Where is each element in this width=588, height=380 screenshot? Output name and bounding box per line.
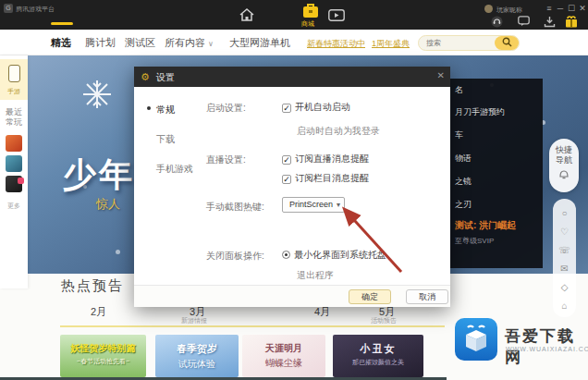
- checkbox-checked-icon: ✓: [282, 175, 291, 184]
- column-subscribe-checkbox[interactable]: ✓订阅栏目消息提醒: [282, 172, 369, 185]
- close-action-label: 关闭面板操作:: [206, 250, 264, 263]
- mobile-games-item[interactable]: 手游: [0, 59, 28, 100]
- minimize-button[interactable]: ─: [556, 3, 565, 14]
- dialog-title: 设置: [156, 71, 175, 84]
- month-label[interactable]: 4月: [314, 305, 330, 319]
- active-menu-bullet: [147, 106, 151, 110]
- month-label[interactable]: 2月: [91, 305, 106, 319]
- diamond-icon[interactable]: ◇: [553, 278, 576, 297]
- tab-featured[interactable]: 精选: [51, 36, 71, 50]
- promo-link-1[interactable]: 新春特惠活动中: [307, 38, 365, 50]
- close-button[interactable]: ✕: [578, 3, 587, 14]
- notification-badge: [18, 178, 24, 184]
- exit-program-option[interactable]: 退出程序: [297, 269, 334, 282]
- game-list-item[interactable]: 物语: [455, 153, 472, 165]
- settings-menu-mobile[interactable]: 手机游戏: [156, 163, 193, 176]
- home-icon[interactable]: [239, 7, 255, 22]
- game-list-item[interactable]: 名: [455, 84, 463, 96]
- screenshot-hotkey-label: 手动截图热键:: [206, 201, 264, 214]
- user-avatar[interactable]: [484, 5, 493, 13]
- left-rail: 手游 最近常玩 更多: [0, 55, 28, 288]
- tab-plan[interactable]: 腾计划: [85, 36, 116, 50]
- banner-title: 少年: [63, 153, 135, 198]
- video-icon[interactable]: [328, 9, 345, 21]
- recently-played-label: 最近常玩: [0, 107, 28, 128]
- tab-testing[interactable]: 测试区: [125, 36, 155, 50]
- cancel-button[interactable]: 取消: [406, 289, 448, 304]
- dialog-titlebar[interactable]: ⚙ 设置 ✕: [134, 67, 450, 87]
- timeline-line: [60, 325, 445, 327]
- side-toolbar: ○ ♡ ☏ ✉ ◇ ⌂: [553, 199, 576, 317]
- chevron-down-icon: ∨: [208, 40, 214, 48]
- watermark-logo-icon: [455, 318, 497, 361]
- game-icon-1[interactable]: [6, 135, 22, 152]
- mobile-games-label: 手游: [0, 87, 28, 96]
- bell-icon: [558, 168, 570, 180]
- quick-nav-pill[interactable]: 快捷导航: [549, 139, 579, 192]
- like-icon[interactable]: ♡: [553, 223, 576, 241]
- hotspot-title: 热点预告: [61, 277, 124, 295]
- store-label: 商城: [301, 19, 314, 29]
- live-subscribe-checkbox[interactable]: ✓订阅直播消息提醒: [282, 153, 369, 165]
- panel-highlight-text[interactable]: 测试: 洪门崛起: [455, 219, 516, 232]
- event-card[interactable]: 春季贺岁 试玩体验: [155, 335, 239, 377]
- chat-icon[interactable]: [518, 16, 530, 27]
- game-icon-2[interactable]: [6, 155, 22, 172]
- maximize-button[interactable]: ☐: [567, 3, 576, 14]
- watermark-url: WWW.WUAIXIAZAI.COM: [506, 346, 588, 352]
- tab-standalone[interactable]: 单机: [270, 36, 290, 50]
- game-list-item[interactable]: 月刀手游预约: [455, 106, 505, 118]
- gift-icon[interactable]: [565, 16, 578, 28]
- event-card[interactable]: 天涯明月 蝴蝶尘缘: [242, 335, 325, 377]
- game-list-item[interactable]: 之刃: [455, 199, 472, 211]
- active-tab-underline: [51, 22, 73, 25]
- download-icon[interactable]: [544, 16, 556, 28]
- more-games-label[interactable]: 更多: [0, 202, 28, 211]
- menu-icon[interactable]: ≡: [545, 3, 554, 14]
- chevron-down-icon: ▾: [337, 198, 340, 212]
- phone-icon[interactable]: ☏: [553, 241, 576, 260]
- minimize-to-tray-radio[interactable]: 最小化界面到系统托盘: [282, 249, 386, 262]
- tab-all-content[interactable]: 所有内容 ∨: [165, 36, 214, 50]
- settings-dialog: ⚙ 设置 ✕ 常规 下载 手机游戏 启动设置: ✓开机自动启动 启动时自动为我登…: [134, 67, 450, 307]
- tab-mmo[interactable]: 大型网游: [229, 36, 270, 50]
- checkbox-checked-icon: ✓: [282, 104, 291, 113]
- gear-icon: ⚙: [141, 71, 150, 82]
- home-building-icon[interactable]: ⌂: [553, 297, 576, 315]
- game-list-panel: 名 月刀手游预约 车 物语 之镜 之刃 测试: 洪门崛起 至尊级SVIP: [450, 79, 543, 268]
- autologin-option[interactable]: 启动时自动为我登录: [297, 125, 380, 138]
- banner-subtitle: 惊人: [96, 196, 120, 213]
- username: 玩家昵称: [496, 6, 522, 15]
- promo-link-2[interactable]: 1周年盛典: [372, 38, 410, 50]
- game-list-item[interactable]: 车: [455, 129, 463, 141]
- live-settings-label: 直播设置:: [206, 153, 246, 166]
- app-name: 腾讯游戏平台: [16, 5, 55, 14]
- support-headset-icon[interactable]: [491, 16, 503, 28]
- settings-menu-download[interactable]: 下载: [156, 133, 175, 146]
- dialog-footer: 确定 取消: [134, 285, 450, 307]
- event-card[interactable]: 小丑女 那已摧毁颜值之美: [333, 335, 423, 377]
- radio-selected-icon: [282, 251, 290, 259]
- autostart-checkbox[interactable]: ✓开机自动启动: [282, 101, 350, 114]
- checkbox-checked-icon: ✓: [282, 155, 291, 165]
- month-sub-label: 新游情报: [181, 316, 207, 325]
- hotkey-dropdown[interactable]: PrintScreen ▾: [282, 197, 345, 213]
- event-card[interactable]: 妖怪贺岁特别篇 ~春节活动抢先看~: [60, 335, 146, 377]
- phone-icon: [8, 65, 20, 82]
- settings-menu-general[interactable]: 常规: [156, 104, 175, 116]
- app-logo-icon: G: [4, 4, 13, 13]
- titlebar: G 腾讯游戏平台 商城 玩家昵称 ≡ ─ ☐ ✕: [0, 0, 588, 30]
- panel-sub-text: 至尊级SVIP: [455, 236, 494, 246]
- help-icon[interactable]: ○: [553, 204, 576, 223]
- search-button[interactable]: [495, 36, 519, 50]
- snowflake-icon: [81, 79, 113, 110]
- store-icon[interactable]: [302, 3, 319, 18]
- dialog-close-icon[interactable]: ✕: [437, 70, 445, 80]
- mail-icon[interactable]: ✉: [553, 260, 576, 278]
- startup-settings-label: 启动设置:: [206, 102, 246, 115]
- search-input[interactable]: [426, 37, 491, 49]
- search-icon: [502, 37, 512, 47]
- month-sub-label: 活动预告: [371, 316, 397, 325]
- game-list-item[interactable]: 之镜: [455, 176, 472, 188]
- ok-button[interactable]: 确定: [349, 289, 391, 304]
